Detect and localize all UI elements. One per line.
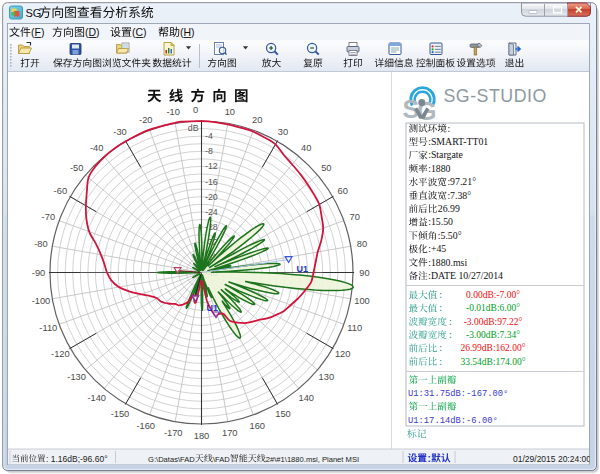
svg-text:-3.00dB:7.34°: -3.00dB:7.34° xyxy=(466,330,520,340)
svg-text:0.00dB:-7.00°: 0.00dB:-7.00° xyxy=(466,290,520,300)
svg-text:-160: -160 xyxy=(136,421,155,431)
svg-text:-70: -70 xyxy=(42,212,55,222)
svg-text::: : xyxy=(438,303,444,314)
svg-text::: : xyxy=(447,330,453,341)
svg-text:U1:17.14dB:-6.00°: U1:17.14dB:-6.00° xyxy=(408,416,498,426)
svg-text:100: 100 xyxy=(354,296,370,306)
svg-text:-110: -110 xyxy=(39,323,57,333)
svg-text::1880: :1880 xyxy=(428,163,450,174)
svg-text:-80: -80 xyxy=(34,239,47,249)
svg-text:80: 80 xyxy=(357,239,367,249)
svg-text:-100: -100 xyxy=(32,296,51,306)
svg-text:-0.01dB:6.00°: -0.01dB:6.00° xyxy=(466,303,520,313)
svg-text:50: 50 xyxy=(321,163,331,173)
svg-text:2#\#1\1880.msi, Planet MSI: 2#\#1\1880.msi, Planet MSI xyxy=(266,455,359,464)
svg-text::: : xyxy=(447,123,450,134)
svg-text:-90: -90 xyxy=(32,268,45,278)
svg-text:-30: -30 xyxy=(113,127,126,137)
svg-text:(H): (H) xyxy=(180,26,195,38)
svg-text:150: 150 xyxy=(275,409,291,419)
svg-text:\FAD: \FAD xyxy=(213,455,230,464)
svg-text::+45: :+45 xyxy=(428,243,446,254)
svg-text:-16: -16 xyxy=(205,177,218,187)
svg-text:26.99: 26.99 xyxy=(438,203,460,214)
svg-text::: : xyxy=(447,317,453,328)
svg-text:140: 140 xyxy=(299,393,315,403)
svg-text:-8: -8 xyxy=(205,146,213,156)
svg-text:130: 130 xyxy=(319,372,335,382)
svg-text:20: 20 xyxy=(252,115,262,125)
svg-text:G:\Datas\FAD: G:\Datas\FAD xyxy=(148,455,195,464)
svg-text:-12: -12 xyxy=(205,161,218,171)
svg-text:-3.00dB:97.22°: -3.00dB:97.22° xyxy=(464,317,523,327)
svg-text:-140: -140 xyxy=(87,393,106,403)
svg-text:SG: SG xyxy=(26,7,42,19)
svg-text:SG-STUDIO: SG-STUDIO xyxy=(444,86,547,106)
svg-text:33.54dB:174.00°: 33.54dB:174.00° xyxy=(460,357,525,367)
svg-text:170: 170 xyxy=(222,428,238,438)
svg-text::7.38°: :7.38° xyxy=(447,190,471,201)
svg-text:-40: -40 xyxy=(90,143,103,153)
svg-text:U1: U1 xyxy=(297,264,309,274)
svg-text::15.50: :15.50 xyxy=(428,216,453,227)
svg-text:160: 160 xyxy=(249,421,265,431)
svg-text:: 1.16dB;-96.60°: : 1.16dB;-96.60° xyxy=(46,454,108,464)
svg-text:-20: -20 xyxy=(139,115,152,125)
svg-text::: : xyxy=(438,357,444,368)
svg-text:40: 40 xyxy=(301,143,311,153)
svg-text::1880.msi: :1880.msi xyxy=(428,257,467,268)
svg-text::97.21°: :97.21° xyxy=(447,176,476,187)
svg-text:10: 10 xyxy=(225,107,235,117)
svg-text:-10: -10 xyxy=(166,107,179,117)
svg-text:-150: -150 xyxy=(111,409,130,419)
svg-text:-20: -20 xyxy=(205,192,218,202)
svg-text:(F): (F) xyxy=(31,26,44,38)
svg-text:0: 0 xyxy=(193,105,198,115)
svg-text::Stargate: :Stargate xyxy=(428,149,463,160)
svg-text:-4: -4 xyxy=(205,131,213,141)
svg-text::SMART-TT01: :SMART-TT01 xyxy=(428,136,488,147)
svg-text:-170: -170 xyxy=(164,428,183,438)
svg-text:-60: -60 xyxy=(54,186,67,196)
svg-text:U1:31.75dB:-167.00°: U1:31.75dB:-167.00° xyxy=(408,389,508,399)
svg-text:U1: U1 xyxy=(206,303,218,313)
svg-text:30: 30 xyxy=(278,127,288,137)
svg-text:70: 70 xyxy=(349,212,359,222)
svg-text:(C): (C) xyxy=(132,26,147,38)
svg-text:-120: -120 xyxy=(51,349,70,359)
svg-text:26.99dB:162.00°: 26.99dB:162.00° xyxy=(460,343,525,353)
svg-text:-130: -130 xyxy=(67,372,86,382)
svg-text::: : xyxy=(438,290,444,301)
svg-text:(D): (D) xyxy=(85,26,100,38)
svg-text:110: 110 xyxy=(347,323,362,333)
svg-text:180: 180 xyxy=(194,431,210,441)
svg-text:-24: -24 xyxy=(205,207,218,217)
svg-text:01/29/2015 20:24:00: 01/29/2015 20:24:00 xyxy=(513,454,591,464)
svg-text:-50: -50 xyxy=(70,163,83,173)
svg-text:dB: dB xyxy=(188,123,199,133)
svg-text:60: 60 xyxy=(337,186,347,196)
svg-text::5.50°: :5.50° xyxy=(438,230,462,241)
svg-text::: : xyxy=(438,343,444,354)
svg-text:90: 90 xyxy=(359,268,369,278)
svg-text::: : xyxy=(428,453,431,464)
svg-text:120: 120 xyxy=(335,349,351,359)
svg-text::DATE 10/27/2014: :DATE 10/27/2014 xyxy=(428,270,503,281)
